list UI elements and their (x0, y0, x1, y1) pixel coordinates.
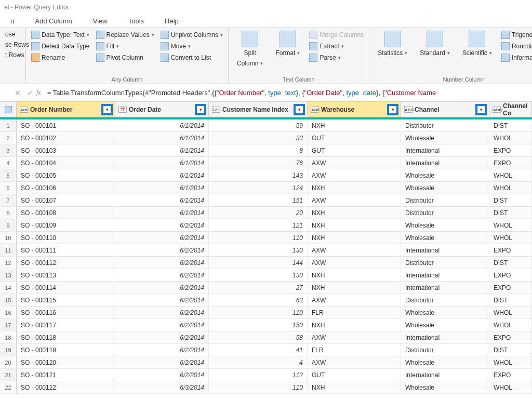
cell-order-date[interactable]: 6/1/2014 (115, 132, 209, 144)
table-row[interactable]: 21SO - 0001216/2/2014112GUTInternational… (0, 369, 532, 381)
table-row[interactable]: 18SO - 0001186/2/201458AXWInternationalE… (0, 331, 532, 344)
cell-channel-co[interactable]: WHOL (489, 381, 532, 393)
cell-customer-index[interactable]: 8 (209, 144, 308, 156)
cell-order-date[interactable]: 6/2/2014 (115, 356, 209, 368)
table-row[interactable]: 16SO - 0001166/2/2014110FLRWholesaleWHOL (0, 307, 532, 319)
cell-order-number[interactable]: SO - 000101 (17, 119, 115, 131)
table-row[interactable]: 17SO - 0001176/2/2014150NXHWholesaleWHOL (0, 319, 532, 331)
cell-customer-index[interactable]: 110 (209, 232, 308, 244)
cell-channel-co[interactable]: EXPO (489, 144, 532, 156)
column-header-customer-index[interactable]: 123 Customer Name Index (209, 102, 308, 117)
column-header-channel[interactable]: ABC Channel (401, 102, 489, 117)
pivot-button[interactable]: Pivot Column (94, 52, 156, 63)
cell-channel[interactable]: Distributor (401, 294, 489, 306)
table-row[interactable]: 3SO - 0001036/1/20148GUTInternationalEXP… (0, 144, 532, 157)
cell-customer-index[interactable]: 124 (209, 182, 308, 194)
cell-customer-index[interactable]: 41 (209, 344, 308, 356)
formula-text[interactable]: = Table.TransformColumnTypes(#"Promoted … (44, 89, 436, 97)
filter-order-number[interactable] (101, 104, 113, 115)
table-row[interactable]: 12SO - 0001126/2/2014144AXWDistributorDI… (0, 257, 532, 269)
cell-channel-co[interactable]: WHOL (489, 169, 532, 181)
cell-order-date[interactable]: 6/2/2014 (115, 232, 209, 244)
cell-channel[interactable]: Wholesale (401, 219, 489, 231)
cell-warehouse[interactable]: AXW (308, 157, 401, 169)
cell-order-number[interactable]: SO - 000106 (17, 182, 115, 194)
cell-warehouse[interactable]: AXW (308, 331, 401, 343)
table-row[interactable]: 8SO - 0001086/1/201420NXHDistributorDIST (0, 207, 532, 219)
cell-channel[interactable]: Distributor (401, 194, 489, 206)
column-header-order-date[interactable]: 📅 Order Date (115, 102, 209, 117)
cell-channel[interactable]: International (401, 157, 489, 169)
cell-order-number[interactable]: SO - 000114 (17, 282, 115, 294)
cell-order-date[interactable]: 6/1/2014 (115, 144, 209, 156)
cell-order-date[interactable]: 6/1/2014 (115, 207, 209, 219)
cell-channel[interactable]: Distributor (401, 119, 489, 131)
cell-order-number[interactable]: SO - 000118 (17, 331, 115, 343)
cell-order-number[interactable]: SO - 000105 (17, 169, 115, 181)
cell-order-date[interactable]: 6/2/2014 (115, 244, 209, 256)
cell-order-number[interactable]: SO - 000121 (17, 369, 115, 381)
cell-order-number[interactable]: SO - 000111 (17, 244, 115, 256)
cell-warehouse[interactable]: FLR (308, 307, 401, 318)
cell-channel-co[interactable]: DIST (489, 119, 532, 131)
cell-channel-co[interactable]: WHOL (489, 232, 532, 244)
cell-warehouse[interactable]: NXH (308, 207, 401, 219)
table-row[interactable]: 1SO - 0001016/1/201459NXHDistributorDIST (0, 119, 532, 132)
menu-tools[interactable]: Tools (118, 15, 154, 27)
cell-customer-index[interactable]: 76 (209, 157, 308, 169)
table-row[interactable]: 9SO - 0001096/2/2014121NXHWholesaleWHOL (0, 219, 532, 232)
menu-tab-blank[interactable]: n (0, 15, 24, 27)
detect-type-button[interactable]: Detect Data Type (29, 41, 92, 51)
cell-order-date[interactable]: 6/1/2014 (115, 182, 209, 194)
cell-order-date[interactable]: 6/2/2014 (115, 331, 209, 343)
table-row[interactable]: 15SO - 0001156/2/201463AXWDistributorDIS… (0, 294, 532, 307)
cell-channel[interactable]: Wholesale (401, 232, 489, 244)
cell-order-date[interactable]: 6/2/2014 (115, 219, 209, 231)
cell-customer-index[interactable]: 151 (209, 194, 308, 206)
cell-channel-co[interactable]: DIST (489, 294, 532, 306)
menu-help[interactable]: Help (154, 15, 189, 27)
cell-channel[interactable]: Wholesale (401, 319, 489, 331)
cell-customer-index[interactable]: 20 (209, 207, 308, 219)
cell-order-date[interactable]: 6/3/2014 (115, 381, 209, 393)
cell-warehouse[interactable]: NXH (308, 269, 401, 281)
cell-channel-co[interactable]: WHOL (489, 182, 532, 194)
cell-warehouse[interactable]: NXH (308, 219, 401, 231)
cell-order-number[interactable]: SO - 000103 (17, 144, 115, 156)
cell-warehouse[interactable]: FLR (308, 344, 401, 356)
cell-order-number[interactable]: SO - 000110 (17, 232, 115, 244)
cell-customer-index[interactable]: 144 (209, 257, 308, 269)
cell-order-number[interactable]: SO - 000107 (17, 194, 115, 206)
cell-channel[interactable]: International (401, 331, 489, 343)
cell-warehouse[interactable]: NXH (308, 319, 401, 331)
cell-order-date[interactable]: 6/2/2014 (115, 319, 209, 331)
cell-order-date[interactable]: 6/2/2014 (115, 344, 209, 356)
table-row[interactable]: 11SO - 0001116/2/2014130AXWInternational… (0, 244, 532, 257)
cell-customer-index[interactable]: 59 (209, 119, 308, 131)
formula-cancel-icon[interactable]: ✕ (11, 89, 24, 97)
cell-order-date[interactable]: 6/2/2014 (115, 257, 209, 269)
cell-channel[interactable]: International (401, 282, 489, 294)
cell-channel[interactable]: International (401, 144, 489, 156)
cell-warehouse[interactable]: AXW (308, 257, 401, 269)
cell-order-date[interactable]: 6/2/2014 (115, 294, 209, 306)
formula-accept-icon[interactable]: ✓ (24, 89, 36, 97)
cell-warehouse[interactable]: NXH (308, 381, 401, 393)
cell-warehouse[interactable]: NXH (308, 182, 401, 194)
cell-order-number[interactable]: SO - 000113 (17, 269, 115, 281)
cell-channel-co[interactable]: WHOL (489, 219, 532, 231)
cell-order-date[interactable]: 6/2/2014 (115, 282, 209, 294)
cell-warehouse[interactable]: AXW (308, 244, 401, 256)
cell-channel-co[interactable]: EXPO (489, 331, 532, 343)
cell-customer-index[interactable]: 150 (209, 319, 308, 331)
cell-channel-co[interactable]: DIST (489, 257, 532, 269)
table-row[interactable]: 19SO - 0001196/2/201441FLRDistributorDIS… (0, 344, 532, 356)
cell-customer-index[interactable]: 112 (209, 369, 308, 381)
cell-channel-co[interactable]: EXPO (489, 369, 532, 381)
cell-customer-index[interactable]: 58 (209, 331, 308, 343)
cell-order-date[interactable]: 6/2/2014 (115, 307, 209, 318)
cell-order-date[interactable]: 6/1/2014 (115, 194, 209, 206)
cell-order-date[interactable]: 6/1/2014 (115, 119, 209, 131)
table-row[interactable]: 5SO - 0001056/1/2014143AXWWholesaleWHOL (0, 169, 532, 182)
unpivot-button[interactable]: Unpivot Columns (158, 30, 225, 40)
